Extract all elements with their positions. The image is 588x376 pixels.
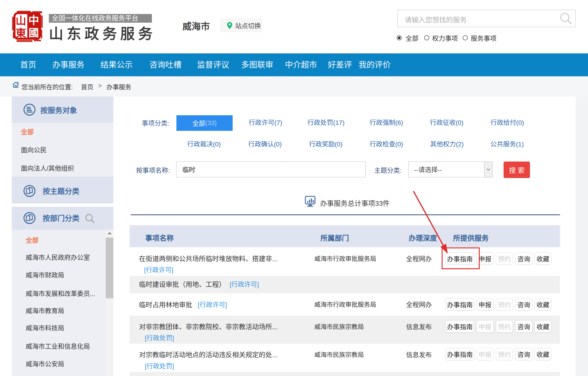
svg-text:東: 東: [16, 27, 26, 39]
svg-text:國: 國: [28, 27, 39, 39]
svg-text:中: 中: [28, 14, 39, 26]
svg-text:山: 山: [16, 15, 26, 27]
